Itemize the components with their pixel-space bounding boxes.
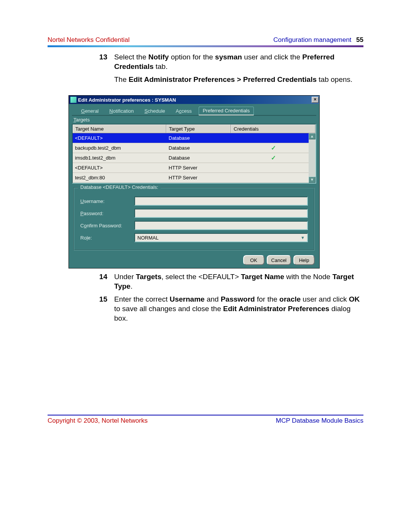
step-13-result: The Edit Administrator Preferences > Pre… (114, 75, 363, 85)
targets-grid: Target Name Target Type Credentials <DEF… (72, 124, 316, 184)
table-row[interactable]: test2_dbm:80 HTTP Server (73, 173, 315, 183)
confirm-password-input[interactable] (134, 221, 308, 230)
check-icon: ✓ (231, 154, 315, 161)
app-icon (70, 97, 76, 103)
page-header: Nortel Networks Confidential Configurati… (48, 36, 363, 44)
grid-header: Target Name Target Type Credentials (73, 125, 315, 133)
ok-button[interactable]: OK (243, 255, 264, 265)
header-confidential: Nortel Networks Confidential (48, 36, 129, 44)
username-label: Username: (80, 198, 134, 204)
step-text: Select the Notify option for the sysman … (114, 53, 363, 91)
tab-access[interactable]: Access (172, 107, 196, 115)
titlebar-text: Edit Administrator preferences : SYSMAN (78, 97, 312, 103)
chevron-down-icon: ▼ (301, 235, 305, 240)
check-icon: ✓ (231, 144, 315, 152)
col-target-type[interactable]: Target Type (166, 125, 231, 133)
page-number: 55 (356, 36, 363, 43)
footer-doc-title: MCP Database Module Basics (276, 417, 363, 425)
role-select[interactable]: NORMAL ▼ (134, 233, 308, 242)
fieldset-legend: Database <DEFAULT> Credentials: (78, 184, 161, 190)
step-text: Under Targets, select the <DEFAULT> Targ… (114, 272, 363, 291)
confirm-password-label: Confirm Password: (80, 223, 134, 228)
tab-preferred-credentials[interactable]: Preferred Credentials (199, 107, 254, 115)
close-icon[interactable]: × (312, 97, 319, 103)
titlebar[interactable]: Edit Administrator preferences : SYSMAN … (69, 96, 319, 104)
dialog-screenshot: Edit Administrator preferences : SYSMAN … (68, 95, 320, 268)
scroll-up-icon[interactable]: ▲ (309, 133, 315, 139)
table-row[interactable]: <DEFAULT> HTTP Server (73, 163, 315, 173)
credentials-fieldset: Database <DEFAULT> Credentials: Username… (73, 187, 315, 251)
table-row[interactable]: imsdb1.test2_dbm Database ✓ (73, 153, 315, 163)
step-number: 15 (97, 295, 114, 323)
edit-admin-prefs-dialog: Edit Administrator preferences : SYSMAN … (68, 95, 320, 268)
targets-label: Targets (72, 116, 316, 124)
password-label: Password: (80, 211, 134, 216)
col-target-name[interactable]: Target Name (73, 125, 166, 133)
tab-schedule[interactable]: Schedule (141, 107, 169, 115)
help-button[interactable]: Help (293, 255, 315, 265)
step-13: 13 Select the Notify option for the sysm… (97, 53, 363, 91)
table-row[interactable]: <DEFAULT> Database (73, 133, 315, 143)
password-input[interactable] (134, 209, 308, 218)
step-number: 14 (97, 272, 114, 291)
username-input[interactable] (134, 197, 308, 206)
cancel-button[interactable]: Cancel (267, 255, 291, 265)
footer-rule (48, 415, 363, 415)
role-value: NORMAL (137, 235, 159, 241)
page-footer: Copyright © 2003, Nortel Networks MCP Da… (48, 417, 363, 425)
tab-strip: General Notification Schedule Access Pre… (72, 106, 316, 115)
footer-copyright: Copyright © 2003, Nortel Networks (48, 417, 148, 425)
tab-notification[interactable]: Notification (105, 107, 137, 115)
step-number: 13 (97, 53, 114, 91)
dialog-button-row: OK Cancel Help (72, 255, 316, 265)
header-rule (48, 45, 363, 47)
step-text: Enter the correct Username and Password … (114, 295, 363, 323)
tab-general[interactable]: General (77, 107, 102, 115)
grid-body[interactable]: <DEFAULT> Database backupdb.test2_dbm Da… (73, 133, 315, 183)
col-credentials[interactable]: Credentials (231, 125, 315, 133)
preferred-credentials-panel: Targets Target Name Target Type Credenti… (72, 115, 316, 265)
table-row[interactable]: backupdb.test2_dbm Database ✓ (73, 143, 315, 153)
grid-scrollbar[interactable]: ▲ ▼ (309, 133, 315, 183)
role-label: Role: (80, 235, 134, 241)
step-14: 14 Under Targets, select the <DEFAULT> T… (97, 272, 363, 291)
scroll-down-icon[interactable]: ▼ (309, 177, 315, 183)
header-section: Configuration management 55 (273, 36, 363, 44)
step-15: 15 Enter the correct Username and Passwo… (97, 295, 363, 323)
